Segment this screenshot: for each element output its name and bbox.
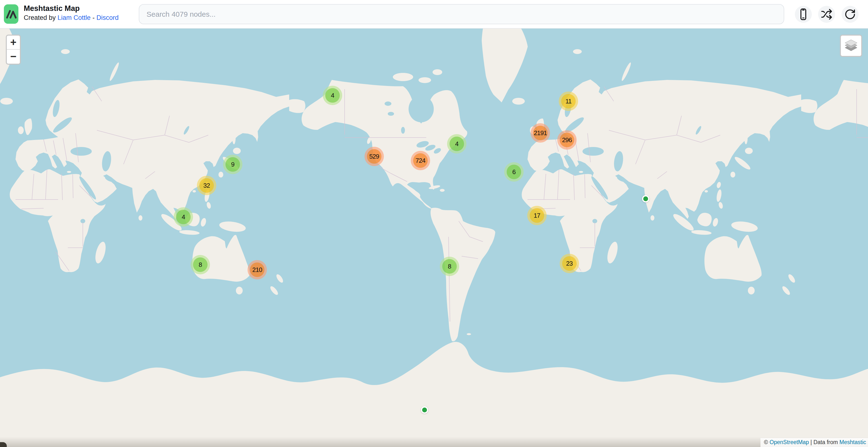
cluster-marker-inner: 17 bbox=[530, 208, 544, 223]
cluster-marker-inner: 23 bbox=[562, 256, 577, 271]
meshtastic-logo bbox=[4, 4, 19, 24]
title-block: Meshtastic Map Created by Liam Cottle - … bbox=[24, 3, 119, 22]
cluster-count: 4 bbox=[455, 140, 458, 148]
cluster-marker-inner: 6 bbox=[507, 165, 521, 179]
attribution: © OpenStreetMap | Data from Meshtastic bbox=[761, 438, 868, 447]
cluster-marker-inner: 11 bbox=[561, 94, 576, 108]
zoom-out-button[interactable]: − bbox=[7, 50, 20, 64]
cluster-marker[interactable]: 32 bbox=[197, 176, 216, 195]
cluster-marker[interactable]: 296 bbox=[557, 130, 577, 150]
cluster-marker-inner: 8 bbox=[193, 257, 208, 272]
node-marker[interactable] bbox=[421, 406, 428, 414]
openstreetmap-link[interactable]: OpenStreetMap bbox=[770, 439, 809, 445]
subtitle-separator: - bbox=[91, 14, 96, 21]
cluster-count: 529 bbox=[369, 153, 379, 160]
cluster-marker[interactable]: 17 bbox=[527, 206, 547, 225]
cluster-marker[interactable]: 4 bbox=[174, 207, 193, 227]
cluster-count: 4 bbox=[331, 92, 334, 99]
cluster-marker-inner: 210 bbox=[250, 262, 265, 277]
cluster-marker-inner: 4 bbox=[450, 136, 464, 151]
header: Meshtastic Map Created by Liam Cottle - … bbox=[0, 0, 868, 29]
refresh-icon bbox=[842, 6, 859, 23]
layers-control[interactable] bbox=[840, 35, 862, 57]
search-input[interactable] bbox=[139, 4, 784, 24]
cluster-marker[interactable]: 4 bbox=[323, 86, 342, 105]
random-node-button[interactable] bbox=[818, 6, 835, 23]
cluster-count: 6 bbox=[512, 168, 516, 176]
cluster-marker-inner: 529 bbox=[367, 149, 381, 164]
cluster-count: 2191 bbox=[534, 129, 547, 137]
meshtastic-link[interactable]: Meshtastic bbox=[839, 439, 866, 445]
attribution-middle: | Data from bbox=[809, 439, 839, 445]
meshtastic-map-app: Meshtastic Map Created by Liam Cottle - … bbox=[0, 0, 868, 447]
attribution-copyright: © bbox=[764, 439, 769, 445]
cluster-marker[interactable]: 8 bbox=[191, 255, 210, 274]
phone-icon bbox=[795, 6, 812, 23]
cluster-count: 17 bbox=[534, 212, 540, 219]
cluster-marker-inner: 296 bbox=[560, 133, 574, 147]
cluster-marker[interactable]: 8 bbox=[440, 257, 459, 276]
cluster-marker[interactable]: 2191 bbox=[531, 123, 550, 142]
meshtastic-logo-icon bbox=[4, 4, 19, 24]
cluster-marker-inner: 4 bbox=[325, 88, 340, 103]
cluster-count: 724 bbox=[415, 157, 425, 164]
zoom-in-button[interactable]: + bbox=[7, 36, 20, 50]
cluster-count: 9 bbox=[231, 161, 234, 168]
cluster-count: 8 bbox=[198, 261, 202, 268]
cluster-marker-inner: 9 bbox=[225, 157, 240, 172]
cluster-count: 4 bbox=[182, 213, 185, 221]
cluster-marker[interactable]: 23 bbox=[560, 254, 579, 273]
cluster-marker[interactable]: 529 bbox=[365, 147, 384, 166]
refresh-button[interactable] bbox=[842, 6, 859, 23]
node-marker[interactable] bbox=[642, 195, 649, 202]
cluster-marker[interactable]: 9 bbox=[223, 155, 242, 174]
cluster-marker-inner: 8 bbox=[442, 259, 457, 274]
shuffle-icon bbox=[818, 6, 835, 23]
cluster-marker-inner: 2191 bbox=[533, 126, 548, 140]
mobile-app-button[interactable] bbox=[795, 6, 812, 23]
cluster-marker[interactable]: 724 bbox=[411, 151, 430, 170]
cluster-marker-inner: 32 bbox=[199, 178, 214, 193]
cluster-marker[interactable]: 4 bbox=[447, 134, 466, 154]
cluster-count: 296 bbox=[562, 136, 572, 144]
cluster-count: 11 bbox=[565, 98, 571, 105]
cluster-marker[interactable]: 11 bbox=[559, 92, 578, 111]
cluster-count: 8 bbox=[448, 263, 451, 270]
page-subtitle: Created by Liam Cottle - Discord bbox=[24, 13, 119, 22]
layers-icon bbox=[843, 39, 859, 53]
page-title: Meshtastic Map bbox=[24, 3, 119, 13]
cluster-marker[interactable]: 6 bbox=[504, 162, 524, 182]
cluster-count: 32 bbox=[204, 182, 210, 189]
cluster-marker-inner: 724 bbox=[413, 153, 428, 168]
marker-layer: 4112191296529724493264178210823 bbox=[0, 0, 868, 447]
cluster-marker-inner: 4 bbox=[176, 210, 191, 224]
discord-link[interactable]: Discord bbox=[96, 14, 119, 21]
subtitle-prefix: Created by bbox=[24, 14, 58, 21]
zoom-control: + − bbox=[6, 35, 21, 65]
cluster-count: 23 bbox=[566, 260, 573, 267]
creator-link[interactable]: Liam Cottle bbox=[58, 14, 91, 21]
cluster-count: 210 bbox=[252, 266, 262, 274]
cluster-marker[interactable]: 210 bbox=[248, 260, 267, 280]
